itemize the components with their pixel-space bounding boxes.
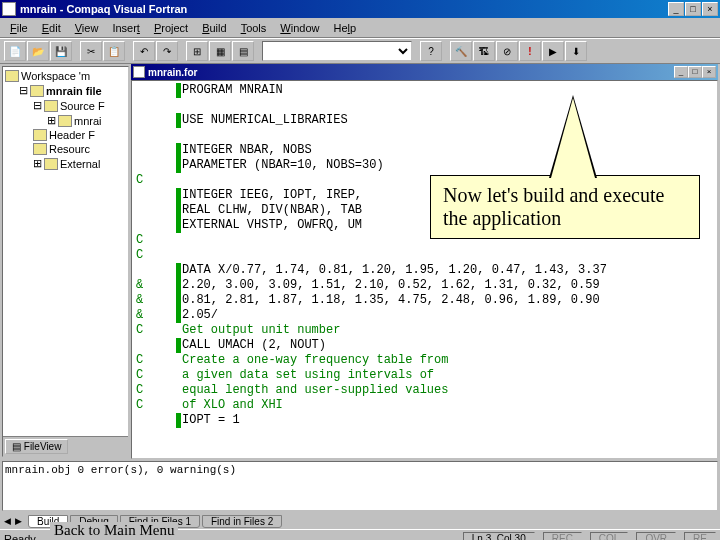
document-title: mnrain.for — [148, 67, 197, 78]
minimize-button[interactable]: _ — [668, 2, 684, 16]
file-tree[interactable]: Workspace 'm ⊟mnrain file ⊟Source F ⊞mnr… — [3, 67, 128, 436]
callout-text: Now let's build and execute the applicat… — [443, 184, 664, 229]
tab-fileview[interactable]: ▤ FileView — [5, 439, 68, 454]
menu-project[interactable]: Project — [148, 20, 194, 36]
save-button[interactable]: 💾 — [50, 41, 72, 61]
close-button[interactable]: × — [702, 2, 718, 16]
toolbar: 📄 📂 💾 ✂ 📋 ↶ ↷ ⊞ ▦ ▤ ? 🔨 🏗 ⊘ ! ▶ ⬇ — [0, 38, 720, 64]
project-icon — [30, 85, 44, 97]
project-node[interactable]: ⊟mnrain file — [19, 83, 126, 98]
open-file-button[interactable]: 📂 — [27, 41, 49, 61]
folder-icon — [33, 129, 47, 141]
workspace-pane: Workspace 'm ⊟mnrain file ⊟Source F ⊞mnr… — [2, 66, 129, 457]
folder-icon — [33, 143, 47, 155]
document-titlebar: mnrain.for _ □ × — [131, 64, 718, 80]
tab-arrow-left[interactable]: ◀ — [4, 516, 11, 526]
folder-source[interactable]: ⊟Source F — [33, 98, 126, 113]
app-icon — [2, 2, 16, 16]
output-pane[interactable]: mnrain.obj 0 error(s), 0 warning(s) — [2, 461, 718, 511]
callout-box: Now let's build and execute the applicat… — [430, 175, 700, 239]
workspace-node[interactable]: Workspace 'm — [5, 69, 126, 83]
doc-minimize-button[interactable]: _ — [674, 66, 688, 78]
status-rec: REC — [543, 532, 582, 540]
new-file-button[interactable]: 📄 — [4, 41, 26, 61]
folder-icon — [44, 100, 58, 112]
redo-button[interactable]: ↷ — [156, 41, 178, 61]
workspace-button[interactable]: ⊞ — [186, 41, 208, 61]
stop-build-button[interactable]: ⊘ — [496, 41, 518, 61]
window-list-button[interactable]: ▤ — [232, 41, 254, 61]
execute-button[interactable]: ! — [519, 41, 541, 61]
cut-button[interactable]: ✂ — [80, 41, 102, 61]
menu-file[interactable]: File — [4, 20, 34, 36]
build-button[interactable]: 🔨 — [450, 41, 472, 61]
document-icon — [133, 66, 145, 78]
folder-icon — [44, 158, 58, 170]
undo-button[interactable]: ↶ — [133, 41, 155, 61]
output-button[interactable]: ▦ — [209, 41, 231, 61]
code-editor[interactable]: PROGRAM MNRAINUSE NUMERICAL_LIBRARIESINT… — [131, 80, 718, 459]
workspace-icon — [5, 70, 19, 82]
menu-insert[interactable]: Insert — [106, 20, 146, 36]
status-col: COL — [590, 532, 629, 540]
step-button[interactable]: ⬇ — [565, 41, 587, 61]
menu-view[interactable]: View — [69, 20, 105, 36]
left-tabs: ▤ FileView — [3, 436, 128, 456]
back-to-main-link[interactable]: Back to Main Menu — [50, 522, 178, 539]
status-re: RE — [684, 532, 716, 540]
folder-header[interactable]: Header F — [33, 128, 126, 142]
status-ovr: OVR — [636, 532, 676, 540]
menu-window[interactable]: Window — [274, 20, 325, 36]
build-all-button[interactable]: 🏗 — [473, 41, 495, 61]
doc-close-button[interactable]: × — [702, 66, 716, 78]
menu-edit[interactable]: Edit — [36, 20, 67, 36]
menu-tools[interactable]: Tools — [235, 20, 273, 36]
folder-external[interactable]: ⊞External — [33, 156, 126, 171]
build-output-text: mnrain.obj 0 error(s), 0 warning(s) — [5, 464, 236, 476]
folder-resource[interactable]: Resourc — [33, 142, 126, 156]
config-select[interactable] — [262, 41, 412, 61]
tab-arrow-right[interactable]: ▶ — [15, 516, 22, 526]
doc-maximize-button[interactable]: □ — [688, 66, 702, 78]
status-position: Ln 3, Col 30 — [463, 532, 535, 540]
copy-button[interactable]: 📋 — [103, 41, 125, 61]
menu-build[interactable]: Build — [196, 20, 232, 36]
window-title: mnrain - Compaq Visual Fortran — [20, 3, 668, 15]
file-mnrain[interactable]: ⊞mnrai — [47, 113, 126, 128]
menu-bar: File Edit View Insert Project Build Tool… — [0, 18, 720, 38]
tab-find2[interactable]: Find in Files 2 — [202, 515, 282, 528]
go-button[interactable]: ▶ — [542, 41, 564, 61]
help-button[interactable]: ? — [420, 41, 442, 61]
menu-help[interactable]: Help — [327, 20, 362, 36]
maximize-button[interactable]: □ — [685, 2, 701, 16]
title-bar: mnrain - Compaq Visual Fortran _ □ × — [0, 0, 720, 18]
file-icon — [58, 115, 72, 127]
